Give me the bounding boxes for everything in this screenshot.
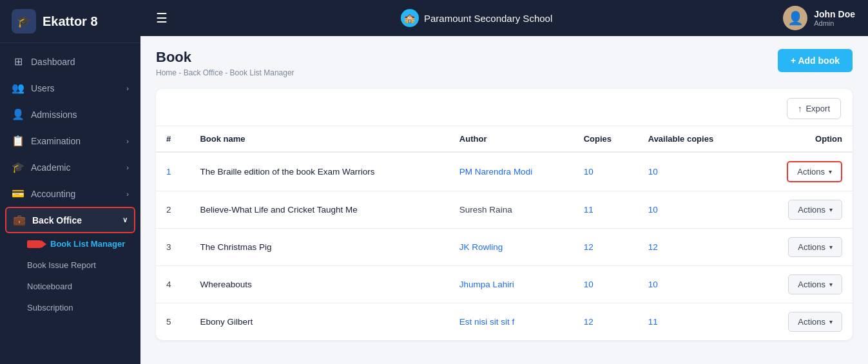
- cell-book-name: Believe-What Life and Cricket Taught Me: [189, 191, 448, 229]
- col-available-copies: Available copies: [638, 126, 752, 153]
- sidebar-item-label: Academic: [31, 162, 70, 173]
- cell-copies: 12: [574, 303, 638, 341]
- breadcrumb: Home - Back Office - Book List Manager: [156, 68, 294, 77]
- cell-author: Est nisi sit sit f: [449, 303, 574, 341]
- actions-label: Actions: [798, 317, 825, 327]
- cell-copies: 11: [574, 191, 638, 229]
- cell-author: JK Rowling: [449, 229, 574, 266]
- cell-num: 3: [156, 229, 189, 266]
- accounting-icon: 💳: [12, 187, 24, 200]
- cell-option: Actions ▾: [752, 152, 853, 191]
- cell-copies: 10: [574, 152, 638, 191]
- user-name: John Doe: [814, 9, 855, 19]
- table-row: 3 The Christmas Pig JK Rowling 12 12 Act…: [156, 229, 853, 266]
- chevron-down-icon: ▾: [829, 318, 833, 325]
- table-body: 1 The Braille edition of the book Exam W…: [156, 152, 853, 340]
- dashboard-icon: ⊞: [12, 55, 24, 68]
- sidebar-item-subscription[interactable]: Subscription: [0, 297, 140, 318]
- academic-icon: 🎓: [12, 161, 24, 173]
- cell-available-copies: 10: [638, 152, 752, 191]
- col-author: Author: [449, 126, 574, 153]
- chevron-right-icon: ›: [126, 84, 129, 92]
- sidebar-item-back-office[interactable]: 💼 Back Office ∨: [5, 207, 135, 233]
- breadcrumb-back-office[interactable]: Back Office: [184, 68, 223, 77]
- table-row: 5 Ebony Gilbert Est nisi sit sit f 12 11…: [156, 303, 853, 341]
- breadcrumb-current: Book List Manager: [230, 68, 294, 77]
- cell-author: Jhumpa Lahiri: [449, 266, 574, 303]
- back-office-icon: 💼: [13, 214, 26, 226]
- table-row: 2 Believe-What Life and Cricket Taught M…: [156, 191, 853, 229]
- examination-icon: 📋: [12, 135, 24, 147]
- cell-option: Actions ▾: [752, 303, 853, 341]
- users-icon: 👥: [12, 82, 24, 94]
- sidebar-sub-item-label: Subscription: [27, 303, 73, 312]
- cell-book-name: Whereabouts: [189, 266, 448, 303]
- actions-button[interactable]: Actions ▾: [788, 200, 842, 220]
- table-header: # Book name Author Copies Available copi…: [156, 126, 853, 153]
- col-copies: Copies: [574, 126, 638, 153]
- chevron-down-icon: ▾: [829, 206, 833, 213]
- cell-available-copies: 10: [638, 266, 752, 303]
- book-table: # Book name Author Copies Available copi…: [156, 126, 853, 340]
- export-label: Export: [805, 104, 830, 113]
- cell-book-name: The Christmas Pig: [189, 229, 448, 266]
- export-button[interactable]: ↑ Export: [787, 98, 841, 119]
- table-row: 4 Whereabouts Jhumpa Lahiri 10 10 Action…: [156, 266, 853, 303]
- sidebar-sub-item-label: Noticeboard: [27, 282, 72, 291]
- actions-label: Actions: [798, 280, 825, 289]
- chevron-down-icon: ▾: [829, 281, 833, 288]
- sidebar-item-label: Admissions: [31, 110, 77, 120]
- app-name: Ekattor 8: [43, 14, 98, 29]
- cell-num: 5: [156, 303, 189, 341]
- sidebar-sub-item-label: Book List Manager: [50, 239, 125, 249]
- cell-copies: 12: [574, 229, 638, 266]
- cell-available-copies: 10: [638, 191, 752, 229]
- cell-author: PM Narendra Modi: [449, 152, 574, 191]
- school-icon: 🏫: [401, 9, 419, 27]
- sidebar-navigation: ⊞ Dashboard 👥 Users › 👤 Admissions 📋 Exa…: [0, 43, 140, 364]
- sidebar-item-noticeboard[interactable]: Noticeboard: [0, 276, 140, 297]
- breadcrumb-sep2: -: [225, 68, 229, 77]
- sidebar-item-book-list-manager[interactable]: Book List Manager: [0, 233, 140, 254]
- table-row: 1 The Braille edition of the book Exam W…: [156, 152, 853, 191]
- topbar: ☰ 🏫 Paramount Secondary School 👤 John Do…: [140, 0, 868, 36]
- add-book-button[interactable]: + Add book: [778, 49, 853, 72]
- export-icon: ↑: [798, 104, 802, 113]
- logo-icon: 🎓: [12, 9, 36, 34]
- school-info: 🏫 Paramount Secondary School: [180, 9, 773, 27]
- actions-button[interactable]: Actions ▾: [787, 161, 842, 182]
- actions-button[interactable]: Actions ▾: [788, 237, 842, 257]
- sidebar-item-book-issue-report[interactable]: Book Issue Report: [0, 254, 140, 276]
- chevron-down-icon: ▾: [829, 244, 833, 251]
- sidebar-item-label: Examination: [31, 136, 81, 146]
- cell-option: Actions ▾: [752, 191, 853, 229]
- cell-author: Suresh Raina: [449, 191, 574, 229]
- breadcrumb-home[interactable]: Home: [156, 68, 177, 77]
- user-role: Admin: [814, 19, 855, 27]
- school-name: Paramount Secondary School: [424, 13, 552, 24]
- cell-book-name: Ebony Gilbert: [189, 303, 448, 341]
- sidebar-logo[interactable]: 🎓 Ekattor 8: [0, 0, 140, 43]
- sidebar-item-admissions[interactable]: 👤 Admissions: [0, 101, 140, 128]
- menu-toggle-button[interactable]: ☰: [153, 8, 170, 28]
- chevron-right-icon: ›: [126, 137, 129, 145]
- chevron-down-icon: ∨: [122, 216, 128, 224]
- page-title: Book: [156, 49, 294, 66]
- sidebar-item-users[interactable]: 👥 Users ›: [0, 75, 140, 101]
- sidebar-item-academic[interactable]: 🎓 Academic ›: [0, 154, 140, 180]
- cell-book-name: The Braille edition of the book Exam War…: [189, 152, 448, 191]
- user-menu[interactable]: 👤 John Doe Admin: [783, 6, 855, 30]
- breadcrumb-sep1: -: [178, 68, 183, 77]
- actions-label: Actions: [798, 205, 825, 215]
- book-table-card: ↑ Export # Book name Author Copies Avail…: [156, 89, 853, 340]
- cell-option: Actions ▾: [752, 229, 853, 266]
- sidebar-item-dashboard[interactable]: ⊞ Dashboard: [0, 48, 140, 75]
- back-office-submenu: Book List Manager Book Issue Report Noti…: [0, 233, 140, 318]
- chevron-right-icon: ›: [126, 190, 129, 198]
- sidebar-item-label: Dashboard: [31, 57, 75, 67]
- sidebar-item-examination[interactable]: 📋 Examination ›: [0, 128, 140, 154]
- cell-num: 2: [156, 191, 189, 229]
- actions-button[interactable]: Actions ▾: [788, 274, 842, 294]
- sidebar-item-accounting[interactable]: 💳 Accounting ›: [0, 180, 140, 207]
- actions-button[interactable]: Actions ▾: [788, 312, 842, 332]
